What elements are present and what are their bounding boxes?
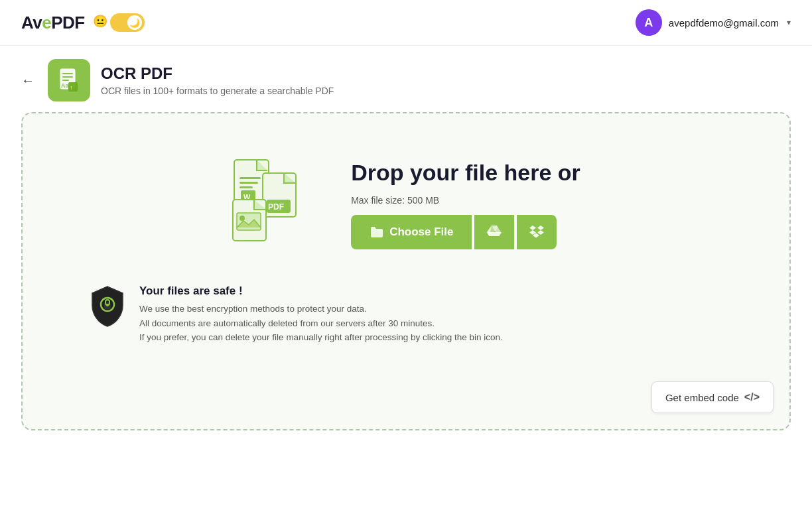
- folder-icon: [370, 225, 384, 239]
- title-text: OCR PDF OCR files in 100+ formats to gen…: [101, 64, 334, 96]
- security-heading: Your files are safe !: [139, 285, 503, 298]
- svg-rect-18: [237, 213, 261, 230]
- svg-point-19: [239, 216, 245, 221]
- ocr-pdf-icon: Aa ↑: [56, 68, 82, 93]
- upload-buttons: Choose File: [351, 215, 580, 249]
- embed-code-button[interactable]: Get embed code </>: [651, 381, 774, 413]
- svg-rect-3: [62, 76, 73, 78]
- security-line1: We use the best encryption methods to pr…: [139, 302, 503, 316]
- tool-icon: Aa ↑: [48, 59, 90, 101]
- drop-zone[interactable]: W PDF Dro: [21, 112, 791, 430]
- theme-toggle[interactable]: 🌙: [110, 13, 145, 32]
- svg-rect-10: [239, 182, 258, 184]
- security-text: Your files are safe ! We use the best en…: [139, 285, 503, 345]
- shield-icon-wrap: [89, 285, 126, 330]
- logo-area: AvePDF 😐 🌙: [21, 13, 145, 33]
- upload-area: W PDF Dro: [232, 159, 580, 251]
- shield-icon: [89, 285, 126, 328]
- moon-icon: 🌙: [129, 18, 140, 28]
- drop-text-area: Drop your file here or Max file size: 50…: [351, 161, 580, 249]
- security-line3: If you prefer, you can delete your file …: [139, 330, 503, 345]
- svg-text:Aa: Aa: [61, 82, 69, 89]
- drop-title: Drop your file here or: [351, 161, 580, 185]
- svg-rect-2: [62, 73, 73, 74]
- dropbox-icon: [529, 224, 545, 240]
- toggle-container: 😐 🌙: [93, 13, 145, 32]
- svg-rect-4: [62, 80, 69, 81]
- file-icon-image: [232, 198, 271, 246]
- page-description: OCR files in 100+ formats to generate a …: [101, 86, 334, 96]
- toggle-knob: 🌙: [127, 15, 142, 30]
- main-content: W PDF Dro: [0, 112, 812, 446]
- svg-point-23: [106, 304, 109, 306]
- user-email: avepdfdemo@gmail.com: [669, 17, 779, 29]
- code-brackets-icon: </>: [744, 391, 760, 403]
- google-drive-button[interactable]: [474, 215, 514, 249]
- header: AvePDF 😐 🌙 A avepdfdemo@gmail.com ▾: [0, 0, 812, 46]
- logo: AvePDF: [21, 13, 85, 33]
- max-size-label: Max file size: 500 MB: [351, 195, 580, 206]
- page-title: OCR PDF: [101, 64, 334, 83]
- user-menu[interactable]: A avepdfdemo@gmail.com ▾: [636, 9, 791, 36]
- title-section: ← Aa ↑ OCR PDF OCR files in 100+ formats…: [0, 46, 812, 112]
- chevron-down-icon: ▾: [787, 18, 791, 27]
- svg-rect-11: [239, 186, 253, 188]
- avatar: A: [636, 9, 662, 36]
- dropbox-button[interactable]: [517, 215, 557, 249]
- choose-file-button[interactable]: Choose File: [351, 215, 472, 249]
- file-icons-illustration: W PDF: [232, 159, 311, 251]
- security-section: Your files are safe ! We use the best en…: [49, 285, 503, 345]
- google-drive-icon: [486, 224, 502, 240]
- svg-text:↑: ↑: [70, 84, 73, 91]
- back-button[interactable]: ←: [21, 73, 34, 88]
- svg-rect-9: [239, 177, 261, 179]
- security-line2: All documents are automatically deleted …: [139, 316, 503, 331]
- emoji-face-icon: 😐: [93, 14, 107, 29]
- embed-code-label: Get embed code: [665, 392, 739, 403]
